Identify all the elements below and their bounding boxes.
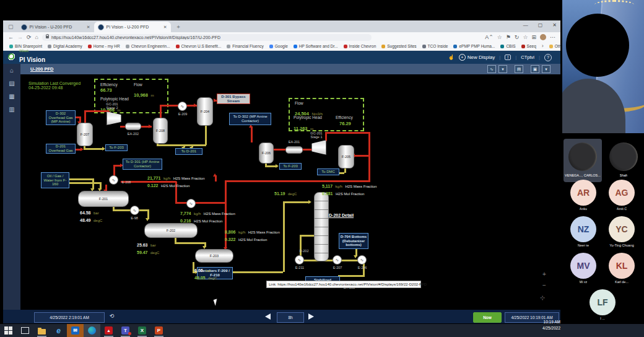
d202-detail-link[interactable]: D-202 Detail xyxy=(329,213,354,217)
save-icon[interactable]: ▣ xyxy=(531,65,539,73)
teams-button[interactable]: T xyxy=(117,324,134,337)
forward-icon[interactable]: → xyxy=(17,35,23,40)
bookmark-item[interactable]: Seeq xyxy=(521,44,536,48)
stream-box-d704[interactable]: D-704 Bottoms (Debutanizer bottoms) xyxy=(339,233,368,249)
participant-tile[interactable]: LF I ... xyxy=(583,289,622,326)
zoom-in-icon[interactable]: + xyxy=(542,271,546,278)
bookmark-item[interactable]: Home - my HR xyxy=(88,44,120,48)
maximize-icon[interactable]: ▢ xyxy=(538,22,543,28)
stream-box-to-f203-left[interactable]: To F-203 xyxy=(105,144,128,151)
excel-button[interactable]: X xyxy=(134,324,150,337)
address-bar[interactable]: https://hou140w16dcc27.hou140.chevrontex… xyxy=(42,34,372,41)
zoom-out-icon[interactable]: − xyxy=(542,282,546,289)
stream-box-d201[interactable]: D-201 Overhead Gas xyxy=(46,144,76,154)
tab-close-icon[interactable]: ✕ xyxy=(87,25,90,30)
nav-details-icon[interactable]: ▥ xyxy=(9,107,14,113)
vessel-f207[interactable]: F-207 xyxy=(77,123,93,146)
exchanger-ea201[interactable] xyxy=(285,146,303,154)
trend-dropdown-icon[interactable]: ▾ xyxy=(498,65,507,73)
other-favorites[interactable]: Other favorites xyxy=(549,44,560,48)
step-forward-icon[interactable] xyxy=(308,313,314,320)
profile-avatar[interactable] xyxy=(540,34,546,40)
participant-tile[interactable]: YC Yu-Ting Chuang xyxy=(603,216,641,253)
nav-home-icon[interactable]: ⌂ xyxy=(10,68,14,74)
time-start-input[interactable]: 4/25/2022 2:19:01 AM xyxy=(34,312,105,323)
vessel-f203[interactable]: F-203 xyxy=(195,249,233,263)
start-button[interactable] xyxy=(0,324,17,337)
task-view-button[interactable] xyxy=(17,324,33,337)
stream-box-to-d301[interactable]: To D-301 (HP Amine Contactor) xyxy=(123,159,162,170)
ad-hoc-display-icon[interactable]: ! xyxy=(505,55,511,60)
add-favorite-icon[interactable]: ☆ xyxy=(497,35,502,40)
new-display-button[interactable]: + New Display xyxy=(459,54,495,61)
participant-tile[interactable]: AR Anku xyxy=(564,180,603,216)
exchanger-e211[interactable]: ∿ xyxy=(295,255,304,265)
stream-box-to-dmc[interactable]: To DMC xyxy=(317,168,339,175)
refresh-extension-icon[interactable]: ↻ xyxy=(515,35,520,40)
exchanger-e208[interactable]: ∿ xyxy=(109,175,118,185)
now-button[interactable]: Now xyxy=(473,312,502,323)
stream-box-to-f203-right[interactable]: To F-203 xyxy=(279,163,302,170)
bookmark-item[interactable]: Chevron U.S Benefit... xyxy=(176,44,222,48)
participant-tile[interactable]: MV Mi xz xyxy=(564,253,603,289)
back-icon[interactable]: ← xyxy=(8,35,14,40)
save-dropdown-icon[interactable]: ▾ xyxy=(542,65,550,73)
vessel-f201[interactable]: F-201 xyxy=(78,191,129,207)
bookmark-item[interactable]: Inside Chevron xyxy=(344,44,376,48)
exchanger-e209[interactable]: ∿ xyxy=(178,102,187,111)
stream-box-to-d201[interactable]: To D-201 xyxy=(175,148,202,155)
assets-pane-icon[interactable]: ▤ xyxy=(515,65,523,73)
exchanger-ea202[interactable] xyxy=(125,123,141,130)
exchanger-e206[interactable]: ∿ xyxy=(357,255,367,265)
stream-box-d301-bypass[interactable]: D-301 Bypass Stream xyxy=(217,94,250,104)
file-explorer-button[interactable] xyxy=(33,324,50,337)
tab-list-icon[interactable]: ▢ xyxy=(8,24,14,30)
collections-icon[interactable]: ⊞ xyxy=(531,35,536,40)
nav-displays-icon[interactable]: ▤ xyxy=(9,81,14,87)
vessel-f204[interactable]: F-204 xyxy=(197,97,213,126)
participant-featured[interactable]: Shah xyxy=(604,139,643,182)
vessel-f205[interactable]: F-205 xyxy=(338,145,354,168)
compressor-gc201-stage1[interactable] xyxy=(311,140,326,155)
tab-close-icon[interactable]: ✕ xyxy=(163,25,167,30)
acrobat-button[interactable]: ▲ xyxy=(100,324,117,337)
minimize-icon[interactable]: — xyxy=(523,22,528,28)
bookmark-item[interactable]: BIN Sharepoint xyxy=(9,44,42,48)
exchanger-e207[interactable]: ∿ xyxy=(333,255,342,265)
column-d202[interactable] xyxy=(314,192,329,261)
bookmark-item[interactable]: TCO Inside xyxy=(422,44,448,48)
new-tab-icon[interactable]: ＋ xyxy=(176,24,181,30)
breadcrumb[interactable]: U-200 PFD xyxy=(30,66,54,72)
exchanger-e98[interactable]: ∿ xyxy=(130,206,139,215)
stream-box-d302[interactable]: D-302 Overhead Gas (MP Amine) xyxy=(46,110,76,125)
refresh-icon[interactable]: ⟳ xyxy=(27,35,32,40)
url-text[interactable]: https://hou140w16dcc27.hou140.chevrontex… xyxy=(51,35,220,40)
close-icon[interactable]: ✕ xyxy=(552,22,557,28)
bookmark-item[interactable]: Suggested Sites xyxy=(381,44,416,48)
touch-mode-icon[interactable]: ☝ xyxy=(448,55,455,60)
nav-events-icon[interactable]: ▦ xyxy=(9,94,14,100)
vessel-f208[interactable]: F-208 xyxy=(153,118,168,144)
participant-tile[interactable]: KL Karl de... xyxy=(603,253,641,289)
bookmarks-overflow-icon[interactable]: › xyxy=(542,43,544,49)
zoom-reset-icon[interactable]: ⊹ xyxy=(540,295,545,301)
participant-featured[interactable]: VENEGA..., CARLOS... xyxy=(564,139,602,182)
stream-box-oilgas[interactable]: Oil / Gas / Water from F-160 xyxy=(41,172,69,188)
extension-icon[interactable]: ⚑ xyxy=(506,35,511,40)
tab-2-active[interactable]: PI Vision - U-200 PFD ✕ xyxy=(94,22,171,32)
favorites-icon[interactable]: ☆ xyxy=(523,35,528,40)
edge-button[interactable] xyxy=(84,324,100,337)
more-menu-icon[interactable]: ⋯ xyxy=(550,35,555,40)
bookmark-item[interactable]: Google xyxy=(269,44,288,48)
tab-1[interactable]: PI Vision - U-200 PFD ✕ xyxy=(17,22,94,32)
participant-tile[interactable]: AG Amit C xyxy=(603,180,641,216)
user-menu[interactable]: CTptvi xyxy=(521,55,534,60)
bookmark-item[interactable]: Digital Academy xyxy=(48,44,82,48)
help-icon[interactable]: ? xyxy=(544,54,552,61)
home-icon[interactable]: ⌂ xyxy=(35,35,38,40)
bookmark-item[interactable]: Chevron Engineerin... xyxy=(126,44,170,48)
time-range-button[interactable]: 8h xyxy=(277,312,304,323)
pfd-canvas[interactable]: Simulation Last Converged 04-25-2022 09:… xyxy=(20,74,560,310)
bookmark-item[interactable]: CBIS xyxy=(500,44,515,48)
step-back-icon[interactable] xyxy=(265,313,271,320)
